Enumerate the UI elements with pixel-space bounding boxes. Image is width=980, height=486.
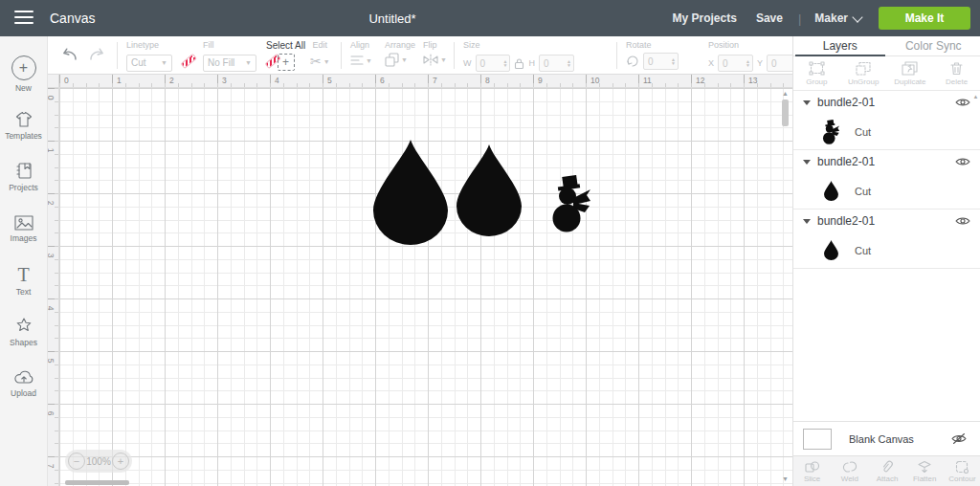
layer-group-3: bundle2-01 Cut xyxy=(793,210,980,269)
vertical-scroll-thumb[interactable] xyxy=(782,99,789,126)
page-title: Canvas xyxy=(50,11,95,26)
my-projects-link[interactable]: My Projects xyxy=(673,11,737,25)
group-button[interactable]: Group xyxy=(793,56,840,90)
layers-panel: Layers Color Sync Group UnGroup Duplicat… xyxy=(792,36,980,486)
paperclip-icon xyxy=(878,456,897,475)
position-label: Position xyxy=(708,40,802,50)
vertical-ruler: 01 23 45 67 xyxy=(48,88,59,486)
save-link[interactable]: Save xyxy=(756,11,783,25)
ungroup-button[interactable]: UnGroup xyxy=(840,56,887,90)
sidebar-item-text[interactable]: T Text xyxy=(0,254,48,306)
layer-group-header[interactable]: bundle2-01 xyxy=(793,150,980,173)
snowman-shape[interactable] xyxy=(548,175,592,232)
eye-icon[interactable] xyxy=(955,98,970,107)
flip-button[interactable]: Flip ▼ xyxy=(423,40,447,70)
size-label: Size xyxy=(463,40,574,50)
duplicate-button[interactable]: Duplicate xyxy=(887,56,934,90)
linetype-dropdown[interactable]: Cut▼ xyxy=(126,55,172,72)
teardrop-shape-small[interactable] xyxy=(457,142,522,239)
edit-toolbar: Linetype Cut▼ Fill No Fill▼ Select All +… xyxy=(48,36,792,75)
arrange-button[interactable]: Arrange ▼ xyxy=(385,40,415,71)
sidebar-item-images[interactable]: Images xyxy=(0,203,48,254)
chevron-down-icon xyxy=(852,11,862,22)
height-stepper[interactable]: ▲▼ xyxy=(565,59,573,67)
linetype-swatch-icon[interactable] xyxy=(181,54,198,69)
rotate-control: Rotate 0▲▼ xyxy=(626,40,679,72)
blank-canvas-label: Blank Canvas xyxy=(849,433,950,445)
panel-scroll-up-icon[interactable]: ▲ xyxy=(972,94,979,99)
edit-button[interactable]: Edit ✂▼ xyxy=(310,40,330,70)
ungroup-icon xyxy=(856,61,872,76)
attach-button[interactable]: Attach xyxy=(868,456,905,486)
document-title[interactable]: Untitled* xyxy=(368,11,415,26)
panel-scrollbar[interactable]: ▲ xyxy=(972,94,979,99)
eye-icon[interactable] xyxy=(955,216,970,226)
top-bar: Canvas Untitled* My Projects Save | Make… xyxy=(0,0,980,36)
tab-layers[interactable]: Layers xyxy=(793,36,887,55)
contour-button[interactable]: Contour xyxy=(944,456,980,486)
make-it-button[interactable]: Make It xyxy=(879,7,970,30)
collapse-icon[interactable] xyxy=(803,219,811,224)
width-stepper[interactable]: ▲▼ xyxy=(501,59,510,67)
machine-label: Maker xyxy=(814,11,848,25)
weld-button[interactable]: Weld xyxy=(831,456,868,486)
scissors-icon: ✂▼ xyxy=(310,54,330,69)
position-x-stepper[interactable]: ▲▼ xyxy=(744,59,752,67)
zoom-in-button[interactable]: + xyxy=(112,453,129,470)
canvas-color-swatch[interactable] xyxy=(803,429,832,450)
sidebar-item-shapes[interactable]: Shapes xyxy=(0,306,48,358)
lock-icon[interactable] xyxy=(514,57,524,70)
select-all-button[interactable]: Select All + xyxy=(266,40,305,71)
notebook-icon xyxy=(14,162,33,180)
sidebar-item-new[interactable]: + New xyxy=(0,48,48,99)
layer-row-cut-teardrop[interactable]: Cut xyxy=(793,173,980,210)
canvas-workspace: 01 23 45 67 89 1011 1213 01 23 45 67 xyxy=(48,75,792,486)
canvas-grid[interactable]: − 100% + xyxy=(59,88,792,486)
tab-color-sync[interactable]: Color Sync xyxy=(887,36,980,55)
layer-row-cut-teardrop[interactable]: Cut xyxy=(793,232,980,269)
vertical-scrollbar[interactable]: ▲ ▼ xyxy=(781,90,790,482)
machine-selector[interactable]: Maker xyxy=(814,11,861,25)
image-icon xyxy=(14,215,33,231)
rotate-input[interactable]: 0▲▼ xyxy=(643,53,679,70)
collapse-icon[interactable] xyxy=(803,160,811,165)
blank-canvas-row[interactable]: Blank Canvas xyxy=(793,421,980,455)
tshirt-icon xyxy=(12,111,35,128)
align-button[interactable]: Align ▼ xyxy=(350,40,372,70)
menu-icon[interactable] xyxy=(14,11,33,26)
teardrop-thumbnail xyxy=(824,240,838,260)
combine-actions-bar: Slice Weld Attach Flatten Contour xyxy=(793,455,980,486)
zoom-level: 100% xyxy=(86,456,111,467)
horizontal-scrollbar[interactable] xyxy=(65,480,129,485)
panel-tabs: Layers Color Sync xyxy=(793,36,980,56)
sidebar-item-templates[interactable]: Templates xyxy=(0,99,48,151)
scroll-down-icon[interactable]: ▼ xyxy=(781,475,790,482)
height-input[interactable]: 0▲▼ xyxy=(539,55,574,72)
delete-button[interactable]: Delete xyxy=(933,56,980,90)
redo-button[interactable] xyxy=(88,46,107,62)
rotate-stepper[interactable]: ▲▼ xyxy=(669,57,678,65)
position-x-input[interactable]: 0▲▼ xyxy=(718,55,753,72)
position-control: Position X 0▲▼ Y 0▲▼ xyxy=(708,40,802,72)
horizontal-ruler: 01 23 45 67 89 1011 1213 xyxy=(59,75,792,88)
slice-button[interactable]: Slice xyxy=(793,456,831,486)
flatten-button[interactable]: Flatten xyxy=(906,456,944,486)
layer-group-1: bundle2-01 Cut xyxy=(793,91,980,150)
layer-group-header[interactable]: bundle2-01 xyxy=(793,91,980,114)
teardrop-shape-large[interactable] xyxy=(373,140,448,245)
scroll-up-icon[interactable]: ▲ xyxy=(781,90,790,97)
undo-button[interactable] xyxy=(59,46,78,62)
eye-icon[interactable] xyxy=(955,157,970,166)
eye-hidden-icon[interactable] xyxy=(950,432,968,445)
collapse-icon[interactable] xyxy=(803,100,811,105)
ruler-corner xyxy=(48,75,59,88)
sidebar-item-upload[interactable]: Upload xyxy=(0,358,48,409)
fill-dropdown[interactable]: No Fill▼ xyxy=(203,55,256,72)
size-control: Size W 0▲▼ H 0▲▼ xyxy=(463,40,574,72)
width-input[interactable]: 0▲▼ xyxy=(476,55,511,72)
redo-icon xyxy=(88,46,107,62)
zoom-out-button[interactable]: − xyxy=(68,453,85,470)
layer-group-header[interactable]: bundle2-01 xyxy=(793,210,980,232)
layer-row-cut-snowman[interactable]: Cut xyxy=(793,114,980,150)
sidebar-item-projects[interactable]: Projects xyxy=(0,151,48,203)
